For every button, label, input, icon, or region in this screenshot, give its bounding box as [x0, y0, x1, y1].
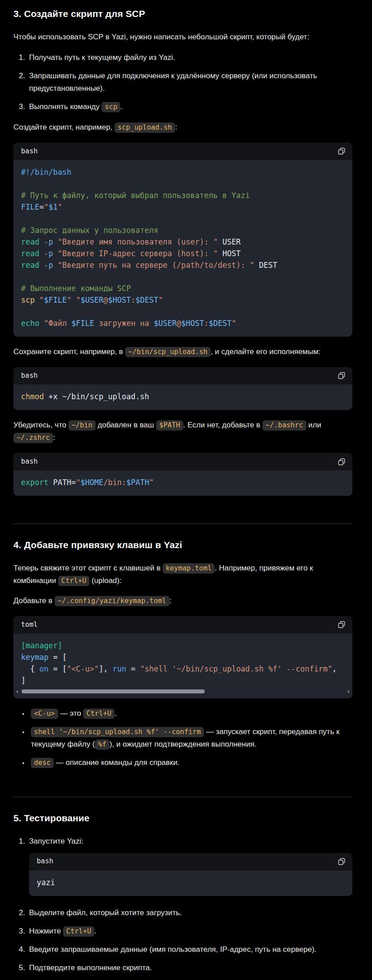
code-token: = [ — [48, 653, 67, 662]
text-run: : — [53, 433, 55, 442]
list-item-text: Выполнять команду scp. — [29, 102, 123, 111]
code-token: = [ — [48, 664, 67, 673]
inline-code: scp_upload.sh — [114, 122, 175, 133]
code-block-header: toml — [13, 616, 352, 634]
numbered-list: Запустите Yazi:bashyaziВыделите файл, ко… — [13, 835, 352, 974]
paragraph: Убедитесь, что ~/bin добавлен в ваш $PAT… — [13, 419, 352, 444]
code-line: yazi — [37, 877, 345, 888]
paragraph: Чтобы использовать SCP в Yazi, нужно нап… — [13, 31, 352, 43]
code-line — [21, 271, 345, 283]
text-run: . — [114, 709, 117, 718]
list-item: Выделите файл, который хотите загрузить. — [27, 907, 352, 919]
code-token: -p — [44, 261, 53, 270]
code-token: export — [21, 478, 48, 487]
code-token: $USER — [80, 296, 103, 304]
list-item-text: Запустите Yazi: — [29, 837, 83, 845]
section-heading: 5. Тестирование — [13, 811, 352, 826]
text-run: : — [169, 596, 172, 605]
inline-code: Ctrl+U — [83, 709, 114, 719]
code-line: [manager] — [21, 640, 345, 651]
horizontal-scrollbar[interactable] — [16, 689, 350, 695]
list-item: Запустите Yazi:bashyazi — [27, 835, 352, 896]
code-line: # Путь к файлу, который выбрал пользоват… — [21, 190, 345, 201]
code-line: FILE="$1" — [21, 201, 345, 213]
list-item: Нажмите Ctrl+U. — [27, 925, 352, 938]
code-token: $HOST — [181, 319, 204, 328]
text-run: Подтвердите выполнение скрипта. — [29, 963, 152, 972]
code-token: "Введите IP-адрес сервера (host): " — [58, 249, 218, 258]
code-token: echo — [21, 319, 39, 328]
code-line: chmod +x ~/bin/scp_upload.sh — [21, 391, 345, 402]
text-run: Добавьте в — [13, 596, 55, 605]
code-token: "<C-u>" — [67, 664, 99, 673]
code-line: scp "$FILE" "$USER@$HOST:$DEST" — [21, 294, 345, 306]
code-token: FILE — [21, 203, 39, 211]
code-token: = — [39, 203, 44, 211]
code-block-header: bash — [29, 853, 352, 870]
code-token: { — [21, 664, 39, 673]
code-token: : — [131, 296, 135, 304]
code-line: { on = ["<C-u>"], run = "shell '~/bin/sc… — [21, 663, 345, 675]
code-content: #!/bin/bash # Путь к файлу, который выбр… — [13, 160, 352, 337]
code-line: read -p "Введите имя пользователя (user)… — [21, 236, 345, 248]
code-language-label: bash — [21, 370, 38, 382]
numbered-list: Получать путь к текущему файлу из Yazi.З… — [13, 51, 352, 113]
text-run: Сохраните скрипт, например, в — [13, 347, 125, 356]
code-token: ] — [21, 676, 25, 685]
code-line: echo "Файл $FILE загружен на $USER@$HOST… — [21, 317, 345, 329]
text-run: Теперь свяжите этот скрипт с клавишей в — [13, 564, 163, 572]
code-block-header: bash — [13, 453, 352, 470]
text-run: . — [94, 927, 97, 935]
code-content: export PATH="$HOME/bin:$PATH" — [13, 470, 352, 496]
text-run: или — [306, 421, 321, 429]
inline-code: <C-u> — [31, 709, 58, 719]
code-token: = — [126, 664, 140, 673]
code-line: keymap = [ — [21, 651, 345, 663]
copy-icon — [338, 372, 346, 380]
code-token: DEST — [254, 261, 277, 270]
list-item-text: shell '~/bin/scp_upload.sh %f' --confirm… — [31, 727, 339, 748]
code-token: keymap — [21, 653, 48, 662]
code-token: " — [67, 296, 71, 304]
code-token: # Запрос данных у пользователя — [21, 226, 158, 235]
text-run: — описание команды для справки. — [54, 758, 179, 767]
paragraph: Теперь свяжите этот скрипт с клавишей в … — [13, 562, 352, 587]
inline-code: ~/.bashrc — [262, 420, 306, 431]
list-item-text: desc — описание команды для справки. — [31, 758, 180, 767]
code-token: $HOST — [108, 296, 131, 304]
code-line — [21, 306, 345, 317]
list-item-text: Получать путь к текущему файлу из Yazi. — [29, 53, 175, 62]
list-item-text: Подтвердите выполнение скрипта. — [29, 963, 152, 972]
code-block-header: bash — [13, 143, 352, 160]
code-token: " — [58, 203, 62, 211]
code-language-label: toml — [21, 619, 38, 631]
copy-code-button[interactable] — [337, 620, 347, 629]
code-block: bashexport PATH="$HOME/bin:$PATH" — [13, 453, 352, 496]
text-run: ), и ожидает подтверждения выполнения. — [110, 740, 257, 748]
divider — [13, 797, 352, 797]
text-run: , и сделайте его исполняемым: — [211, 347, 321, 356]
code-token: [manager] — [21, 641, 62, 650]
code-line — [21, 178, 345, 190]
code-token: USER — [218, 237, 241, 246]
list-item: desc — описание команды для справки. — [29, 756, 352, 769]
code-language-label: bash — [37, 856, 53, 867]
code-token: run — [113, 664, 127, 673]
copy-code-button[interactable] — [337, 146, 347, 156]
code-line: # Запрос данных у пользователя — [21, 224, 345, 236]
code-token: $HOME — [80, 478, 103, 487]
code-token: $FILE — [44, 296, 67, 304]
copy-code-button[interactable] — [337, 457, 347, 467]
code-content: yazi — [29, 870, 352, 896]
copy-code-button[interactable] — [337, 371, 347, 380]
text-run: : — [175, 123, 177, 131]
scrollbar-thumb[interactable] — [21, 689, 205, 693]
text-run: Запустите Yazi: — [29, 837, 83, 845]
list-item-text: Нажмите Ctrl+U. — [29, 927, 97, 935]
code-token: " — [158, 296, 163, 304]
text-run: — это — [58, 709, 84, 718]
bullet-list: <C-u> — это Ctrl+U.shell '~/bin/scp_uplo… — [13, 707, 352, 769]
copy-code-button[interactable] — [337, 857, 347, 866]
code-token — [35, 296, 39, 304]
code-block: bashchmod +x ~/bin/scp_upload.sh — [13, 367, 352, 410]
